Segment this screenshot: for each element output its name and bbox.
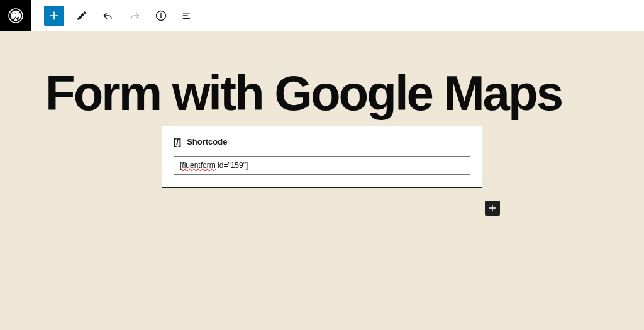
plus-icon [487, 203, 497, 213]
details-button[interactable] [152, 7, 170, 25]
shortcode-block-wrapper: [/] Shortcode [fluentform id="159"] [162, 126, 482, 188]
redo-button [126, 7, 143, 25]
block-appender-button[interactable] [485, 201, 500, 216]
redo-icon [128, 9, 141, 22]
page-title[interactable]: Form with Google Maps [45, 68, 625, 119]
edit-mode-button[interactable] [73, 7, 91, 25]
shortcode-block[interactable]: [/] Shortcode [fluentform id="159"] [162, 126, 482, 188]
wordpress-icon [8, 8, 23, 23]
editor-toolbar [0, 0, 644, 31]
shortcode-input[interactable]: [fluentform id="159"] [174, 156, 470, 175]
shortcode-block-label: Shortcode [187, 137, 227, 146]
add-block-button[interactable] [44, 6, 64, 26]
shortcode-icon: [/] [174, 136, 180, 147]
list-outline-icon [181, 9, 194, 22]
undo-button[interactable] [99, 7, 117, 25]
outline-button[interactable] [179, 7, 196, 25]
wordpress-logo-button[interactable] [0, 0, 31, 31]
plus-icon [48, 9, 60, 22]
shortcode-block-header: [/] Shortcode [174, 136, 470, 147]
pencil-icon [75, 9, 88, 22]
toolbar-actions [44, 6, 196, 26]
info-icon [155, 9, 167, 22]
editor-canvas[interactable]: Form with Google Maps [/] Shortcode [flu… [0, 31, 644, 330]
undo-icon [102, 9, 114, 22]
